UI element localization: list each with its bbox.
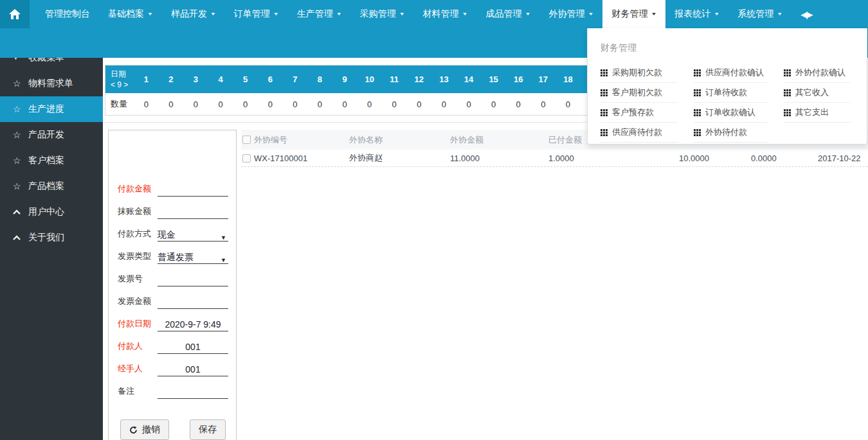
invoice-type-select[interactable]: 普通发票 ▼ — [158, 250, 228, 264]
day-column-header[interactable]: 15 — [481, 75, 506, 84]
dropdown-menu-item[interactable]: 订单待收款 — [694, 83, 768, 103]
sidebar-item-label: 用户中心 — [28, 206, 64, 218]
chevron-up-icon — [13, 209, 28, 215]
day-column-header[interactable]: 5 — [233, 75, 258, 84]
dropdown-menu-item[interactable]: 客户期初欠款 — [601, 83, 678, 103]
nav-item-basic-files[interactable]: 基础档案▼ — [99, 0, 162, 28]
nav-item-console[interactable]: 管理控制台 — [36, 0, 99, 28]
pay-method-select[interactable]: 现金 ▼ — [158, 227, 228, 242]
sidebar-item-material-request[interactable]: ☆ 物料需求单 — [0, 71, 103, 96]
nav-item-system[interactable]: 系统管理▼ — [728, 0, 791, 28]
dropdown-menu-item[interactable]: 外协待付款 — [694, 123, 768, 143]
dropdown-item-label: 外协付款确认 — [795, 67, 845, 78]
nav-item-label: 采购管理 — [360, 8, 396, 20]
dropdown-menu-item[interactable]: 供应商待付款 — [601, 123, 678, 143]
form-row-pay-date: 付款日期 — [118, 309, 228, 331]
day-column-header[interactable]: 1 — [134, 75, 159, 84]
day-column-header[interactable]: 4 — [208, 75, 233, 84]
nav-item-orders[interactable]: 订单管理▼ — [225, 0, 288, 28]
grid-icon — [784, 89, 791, 96]
dropdown-menu-item[interactable]: 订单收款确认 — [694, 103, 768, 123]
row-checkbox[interactable] — [242, 154, 251, 163]
quantity-value: 0 — [134, 100, 159, 109]
day-column-header[interactable]: 10 — [357, 75, 382, 84]
day-column-header[interactable]: 11 — [382, 75, 407, 84]
payer-input[interactable] — [158, 340, 228, 354]
day-column-header[interactable]: 14 — [457, 75, 482, 84]
nav-item-reports[interactable]: 报表统计▼ — [665, 0, 728, 28]
pay-date-input[interactable] — [158, 317, 228, 331]
day-column-header[interactable]: 8 — [307, 75, 332, 84]
field-label: 发票号 — [118, 273, 158, 286]
field-label: 经手人 — [118, 363, 158, 376]
sidebar-item-product-files[interactable]: ☆ 产品档案 — [0, 173, 103, 199]
field-label: 付款日期 — [118, 318, 158, 331]
day-column-header[interactable]: 16 — [506, 75, 531, 84]
star-icon: ☆ — [13, 78, 28, 89]
day-column-header[interactable]: 3 — [183, 75, 208, 84]
invoice-no-input[interactable] — [158, 272, 228, 286]
nav-item-label: 外协管理 — [548, 8, 584, 20]
grid-icon — [601, 69, 608, 76]
nav-item-materials[interactable]: 材料管理▼ — [414, 0, 477, 28]
day-column-header[interactable]: 9 — [332, 75, 357, 84]
caret-down-icon: ▼ — [714, 12, 719, 17]
sidebar-item-customer-files[interactable]: ☆ 客户档案 — [0, 148, 103, 173]
pay-amount-input[interactable] — [158, 182, 228, 197]
dropdown-menu-item[interactable]: 其它支出 — [784, 103, 851, 123]
day-column-header[interactable]: 18 — [556, 75, 581, 84]
day-column-header[interactable]: 6 — [258, 75, 283, 84]
nav-item-sample-dev[interactable]: 样品开发▼ — [162, 0, 225, 28]
sidebar-item-user-center[interactable]: 用户中心 — [0, 199, 103, 225]
nav-item-finished-goods[interactable]: 成品管理▼ — [477, 0, 540, 28]
table-row[interactable]: WX-17100001 外协商赵 11.0000 1.0000 10.0000 … — [241, 150, 868, 167]
save-button[interactable]: 保存 — [190, 419, 226, 440]
day-column-header[interactable]: 12 — [407, 75, 432, 84]
dropdown-menu-item[interactable]: 供应商付款确认 — [694, 63, 768, 83]
field-label: 付款人 — [118, 340, 158, 354]
caret-down-icon: ▼ — [210, 12, 216, 17]
sidebar-item-label: 客户档案 — [28, 155, 64, 166]
writeoff-amount-input[interactable] — [158, 205, 228, 219]
handler-input[interactable] — [158, 362, 228, 376]
quantity-value: 0 — [407, 100, 432, 109]
quantity-value: 0 — [208, 100, 233, 109]
day-column-header[interactable]: 2 — [159, 75, 184, 84]
nav-items: 管理控制台 基础档案▼ 样品开发▼ 订单管理▼ 生产管理▼ 采购管理▼ 材料管理… — [36, 0, 821, 28]
quantity-label: 数量 — [105, 98, 134, 110]
grid-icon — [784, 69, 791, 76]
nav-item-finance[interactable]: 财务管理▼ — [602, 0, 665, 28]
dropdown-menu-item[interactable]: 外协付款确认 — [784, 63, 851, 83]
sidebar-item-product-dev[interactable]: ☆ 产品开发 — [0, 122, 103, 148]
day-column-header[interactable]: 7 — [283, 75, 308, 84]
nav-item-purchasing[interactable]: 采购管理▼ — [351, 0, 414, 28]
month-pager[interactable]: < 9 > — [111, 80, 134, 91]
day-columns: 12345678910111213141516171819 — [134, 75, 605, 84]
remarks-input[interactable] — [158, 385, 228, 399]
day-column-header[interactable]: 13 — [431, 75, 457, 84]
undo-icon — [129, 426, 138, 434]
nav-item-outsourcing[interactable]: 外协管理▼ — [539, 0, 602, 28]
dropdown-menu-item[interactable]: 采购期初欠款 — [601, 63, 678, 83]
dropdown-item-label: 其它收入 — [795, 87, 829, 98]
sidebar-item-production-progress[interactable]: ☆ 生产进度 — [0, 96, 103, 122]
nav-item-label: 基础档案 — [108, 8, 144, 20]
sidebar-item-label: 产品开发 — [28, 129, 64, 141]
invoice-amount-input[interactable] — [158, 295, 228, 309]
day-column-header[interactable]: 17 — [531, 75, 556, 84]
nav-item-production[interactable]: 生产管理▼ — [288, 0, 351, 28]
nav-item-label: 财务管理 — [611, 8, 647, 20]
dropdown-menu-item[interactable]: 客户预存款 — [601, 103, 678, 123]
dropdown-menu-item[interactable]: 其它收入 — [784, 83, 851, 103]
sidebar-item-label: 物料需求单 — [28, 78, 73, 89]
collapse-sidebar-icon[interactable]: ◀¦▶ — [791, 0, 820, 28]
sidebar-item-about-us[interactable]: 关于我们 — [0, 225, 103, 251]
select-all-checkbox[interactable] — [242, 136, 251, 144]
caret-down-icon: ▼ — [399, 12, 405, 17]
chevron-up-icon — [13, 235, 28, 240]
nav-item-label: 报表统计 — [674, 8, 710, 20]
field-label: 付款方式 — [118, 228, 158, 242]
undo-button[interactable]: 撤销 — [120, 419, 169, 440]
cell-outsourcing-amount: 11.0000 — [450, 154, 548, 163]
home-button[interactable] — [0, 0, 30, 28]
